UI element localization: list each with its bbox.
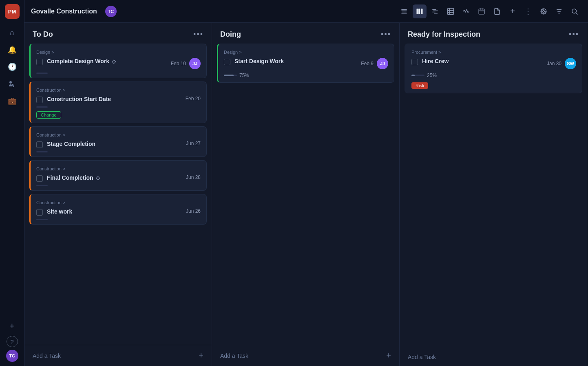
progress-track <box>411 75 424 76</box>
task-category: Design > <box>224 50 388 55</box>
task-checkbox[interactable] <box>411 59 418 65</box>
task-left: Site work <box>36 208 183 216</box>
task-avatar[interactable]: SW <box>565 58 576 69</box>
app-logo[interactable]: PM <box>5 4 20 19</box>
task-date: Jan 30 <box>547 61 561 66</box>
add-project-icon[interactable]: + <box>5 319 20 333</box>
list-view-icon[interactable] <box>397 4 411 18</box>
task-checkbox[interactable] <box>36 141 43 148</box>
task-divider <box>36 106 48 108</box>
task-category: Construction > <box>36 200 201 205</box>
task-title: Stage Completion <box>47 141 95 147</box>
column-todo-title: To Do <box>33 30 53 39</box>
task-category: Construction > <box>36 166 201 171</box>
user-avatar[interactable]: TC <box>6 350 18 362</box>
table-view-icon[interactable] <box>444 4 458 18</box>
task-checkbox[interactable] <box>36 209 43 216</box>
doc-view-icon[interactable] <box>490 4 504 18</box>
task-header: Site work Jun 26 <box>36 208 201 216</box>
task-header: Final Completion ◇ Jun 28 <box>36 174 201 182</box>
progress-fill <box>224 75 234 76</box>
bell-icon[interactable]: 🔔 <box>5 42 20 57</box>
column-doing-title: Doing <box>220 30 241 39</box>
add-task-plus-icon[interactable]: + <box>386 351 391 360</box>
column-doing-tasks: Design > Start Design Work Feb 9 JJ <box>212 44 399 345</box>
svg-point-20 <box>572 9 577 13</box>
column-ready-title: Ready for Inspection <box>408 30 480 39</box>
people-icon[interactable] <box>5 77 20 91</box>
add-task-plus-icon[interactable]: + <box>199 351 203 360</box>
project-title: Govalle Construction <box>31 8 97 15</box>
task-title: Construction Start Date <box>47 96 111 102</box>
add-task-ready-inline[interactable]: Add a Task <box>408 354 579 360</box>
calendar-view-icon[interactable] <box>475 4 489 18</box>
add-task-todo[interactable]: Add a Task + <box>24 345 212 366</box>
task-divider <box>36 73 48 74</box>
progress-text: 75% <box>239 73 249 78</box>
task-checkbox[interactable] <box>36 59 43 65</box>
svg-point-16 <box>543 10 545 12</box>
task-checkbox[interactable] <box>36 175 43 182</box>
task-header: Construction Start Date Feb 20 <box>36 96 201 103</box>
task-avatar[interactable]: JJ <box>189 58 201 69</box>
task-category: Design > <box>36 50 201 55</box>
task-divider <box>36 185 48 186</box>
task-site-work: Construction > Site work Jun 26 <box>29 194 207 225</box>
task-header: Complete Design Work ◇ Feb 10 JJ <box>36 58 201 69</box>
filter-icon[interactable] <box>552 4 566 18</box>
task-category: Procurement > <box>411 50 576 55</box>
task-checkbox[interactable] <box>36 97 43 103</box>
task-complete-design-work: Design > Complete Design Work ◇ Feb 10 J… <box>29 44 207 78</box>
task-title: Final Completion ◇ <box>47 174 100 181</box>
more-options-icon[interactable]: ⋮ <box>521 4 535 18</box>
column-todo-menu[interactable]: ••• <box>193 30 203 39</box>
column-todo-tasks: Design > Complete Design Work ◇ Feb 10 J… <box>24 44 212 345</box>
progress-text: 25% <box>427 73 437 78</box>
add-task-label: Add a Task <box>408 354 436 360</box>
task-date: Jun 27 <box>186 141 201 146</box>
svg-rect-0 <box>417 9 419 14</box>
add-task-doing-inline[interactable]: Add a Task + <box>220 351 391 360</box>
board: To Do ••• Design > Complete Design Work … <box>24 23 588 366</box>
add-task-label: Add a Task <box>33 353 61 359</box>
clock-icon[interactable]: 🕐 <box>5 60 20 74</box>
add-task-label: Add a Task <box>220 353 248 359</box>
search-icon[interactable] <box>568 4 581 18</box>
column-ready-tasks: Procurement > Hire Crew Jan 30 SW <box>400 44 587 348</box>
task-progress: 75% <box>224 73 388 78</box>
task-category: Construction > <box>36 132 201 137</box>
project-avatar[interactable]: TC <box>105 6 117 17</box>
task-progress: 25% <box>411 73 576 78</box>
board-view-icon[interactable] <box>413 4 427 18</box>
svg-rect-7 <box>448 8 454 14</box>
change-badge: Change <box>36 111 61 119</box>
pulse-view-icon[interactable] <box>459 4 473 18</box>
progress-track <box>224 75 237 76</box>
question-icon[interactable]: ? <box>7 336 18 347</box>
column-doing-menu[interactable]: ••• <box>381 30 391 39</box>
task-left: Stage Completion <box>36 141 183 148</box>
risk-badge: Risk <box>411 82 428 89</box>
task-date: Jun 28 <box>186 174 201 180</box>
home-icon[interactable]: ⌂ <box>5 25 20 40</box>
watch-icon[interactable] <box>537 4 550 18</box>
task-checkbox[interactable] <box>224 59 230 65</box>
task-construction-start-date: Construction > Construction Start Date F… <box>29 82 207 123</box>
task-date: Jun 26 <box>186 208 201 214</box>
task-title: Start Design Work <box>234 58 284 64</box>
topbar-icons: + ⋮ <box>397 4 581 18</box>
task-date: Feb 10 <box>171 61 186 66</box>
task-avatar[interactable]: JJ <box>377 58 388 69</box>
progress-fill <box>411 75 415 76</box>
add-view-icon[interactable]: + <box>506 4 519 18</box>
task-left: Final Completion ◇ <box>36 174 183 182</box>
diamond-icon: ◇ <box>96 175 100 181</box>
task-header: Start Design Work Feb 9 JJ <box>224 58 388 69</box>
briefcase-icon[interactable]: 💼 <box>5 94 20 108</box>
column-ready-menu[interactable]: ••• <box>569 30 579 39</box>
task-left: Construction Start Date <box>36 96 182 103</box>
gantt-view-icon[interactable] <box>428 4 442 18</box>
svg-rect-1 <box>419 9 420 14</box>
task-start-design-work: Design > Start Design Work Feb 9 JJ <box>217 44 394 83</box>
column-doing-header: Doing ••• <box>212 23 399 44</box>
